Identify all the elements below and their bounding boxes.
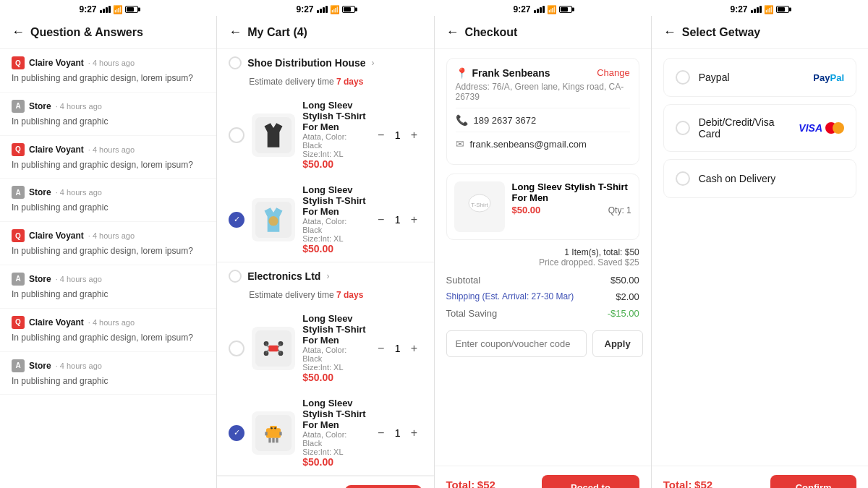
store-delivery-1: Estimate delivery time 7 days bbox=[217, 290, 433, 306]
order-item-price: $50.00 bbox=[512, 205, 541, 215]
qa-text: In publishing and graphic design, lorem … bbox=[12, 332, 205, 344]
list-item: Q Claire Voyant · 4 hours ago In publish… bbox=[0, 222, 216, 265]
store-checkbox-0[interactable] bbox=[229, 56, 242, 69]
svg-point-10 bbox=[278, 351, 284, 356]
qa-header: ← Question & Answers bbox=[0, 16, 216, 49]
cart-store-0: Shoe Distribution House › Estimate deliv… bbox=[217, 49, 433, 262]
coupon-input[interactable] bbox=[446, 330, 587, 357]
paypal-label: Paypal bbox=[699, 72, 805, 83]
item-image-0-0 bbox=[252, 114, 295, 157]
qty-increase-button[interactable]: + bbox=[407, 212, 422, 228]
qty-increase-button[interactable]: + bbox=[407, 341, 422, 356]
delivery-days-1: 7 days bbox=[336, 290, 363, 300]
store-checkbox-1[interactable] bbox=[229, 270, 242, 283]
order-item-image: T-Shirt bbox=[454, 181, 505, 232]
svg-point-8 bbox=[278, 341, 284, 346]
item-size: Size:Int: XL bbox=[302, 234, 365, 243]
item-image-1-0 bbox=[252, 327, 295, 370]
status-icons-4: 📶 bbox=[751, 5, 789, 14]
payment-back-button[interactable]: ← bbox=[663, 25, 676, 40]
checkout-button[interactable]: Check Out bbox=[345, 485, 422, 488]
cart-back-button[interactable]: ← bbox=[229, 25, 242, 40]
svg-rect-20 bbox=[265, 432, 268, 435]
item-price: $50.00 bbox=[302, 372, 365, 383]
svg-rect-19 bbox=[276, 437, 278, 442]
item-checkbox-1-1[interactable]: ✓ bbox=[229, 425, 244, 441]
cod-radio[interactable] bbox=[676, 171, 690, 186]
cod-option[interactable]: Cash on Delivery bbox=[663, 159, 856, 198]
qa-time: · 4 hours ago bbox=[56, 361, 102, 370]
svg-rect-18 bbox=[273, 437, 275, 442]
cart-item: ✓ Long Sleev Stylish T-Shirt For Men Ata… bbox=[217, 390, 433, 475]
qa-text: In publishing and graphic design, lorem … bbox=[12, 245, 205, 257]
qty-decrease-button[interactable]: − bbox=[373, 212, 389, 228]
qa-badge: Q bbox=[12, 143, 25, 156]
screen-checkout: ← Checkout 📍 Frank Senbeans Change Addre… bbox=[435, 16, 652, 488]
store-name-0: Shoe Distribution House bbox=[247, 57, 365, 69]
cart-store-1: Electronics Ltd › Estimate delivery time… bbox=[217, 262, 433, 476]
screen-cart: ← My Cart (4) Shoe Distribution House › … bbox=[217, 16, 434, 488]
svg-point-4 bbox=[269, 216, 278, 226]
item-checkbox-1-0[interactable] bbox=[229, 341, 244, 356]
status-bar: 9:27 📶 9:27 📶 9:27 bbox=[0, 0, 868, 16]
address-card: 📍 Frank Senbeans Change Address: 76/A, G… bbox=[446, 58, 639, 165]
cart-item: Long Sleev Stylish T-Shirt For Men Atata… bbox=[217, 306, 433, 390]
qty-value: 1 bbox=[395, 214, 401, 226]
item-checkbox-0-1[interactable]: ✓ bbox=[229, 212, 244, 228]
qty-control: − 1 + bbox=[373, 127, 422, 143]
change-address-button[interactable]: Change bbox=[597, 67, 630, 78]
item-price: $50.00 bbox=[302, 456, 365, 468]
qty-increase-button[interactable]: + bbox=[407, 425, 422, 441]
visa-logo: VISA bbox=[799, 122, 844, 134]
store-arrow-icon: › bbox=[372, 58, 375, 68]
svg-rect-17 bbox=[269, 437, 271, 442]
checkout-total-amount: $52 bbox=[477, 479, 495, 489]
item-name: Long Sleev Stylish T-Shirt For Men bbox=[302, 313, 365, 346]
item-checkbox-0-0[interactable] bbox=[229, 127, 244, 143]
visa-radio[interactable] bbox=[676, 121, 690, 135]
list-item: Q Claire Voyant · 4 hours ago In publish… bbox=[0, 136, 216, 179]
item-details-0-0: Long Sleev Stylish T-Shirt For Men Atata… bbox=[302, 100, 365, 170]
cart-item: ✓ Long Sleev Stylish T-Shirt For Men Ata… bbox=[217, 177, 433, 262]
checkout-back-button[interactable]: ← bbox=[446, 25, 459, 40]
visa-text: VISA bbox=[799, 122, 822, 134]
addr-text: Address: 76/A, Green lane, Kings road, C… bbox=[456, 82, 630, 102]
qa-list: Q Claire Voyant · 4 hours ago In publish… bbox=[0, 49, 216, 488]
subtotal-label: Subtotal bbox=[446, 275, 481, 286]
qty-control: − 1 + bbox=[373, 425, 422, 441]
svg-point-24 bbox=[275, 427, 277, 429]
list-item: A Store · 4 hours ago In publishing and … bbox=[0, 352, 216, 395]
list-item: Q Claire Voyant · 4 hours ago In publish… bbox=[0, 49, 216, 93]
store-name-1: Electronics Ltd bbox=[247, 270, 320, 282]
qty-decrease-button[interactable]: − bbox=[373, 425, 389, 441]
saving-val: -$15.00 bbox=[608, 308, 639, 319]
proceed-button[interactable]: Poced to Checkout bbox=[542, 475, 639, 488]
qa-time: · 4 hours ago bbox=[56, 275, 102, 283]
svg-point-9 bbox=[264, 351, 269, 356]
paypal-option[interactable]: Paypal PayPal bbox=[663, 58, 856, 97]
email-value: frank.senbeans@gmail.com bbox=[470, 139, 587, 150]
subtotal-row: Subtotal $50.00 bbox=[446, 272, 639, 288]
item-details-1-1: Long Sleev Stylish T-Shirt For Men Atata… bbox=[302, 398, 365, 468]
status-item-4: 9:27 📶 bbox=[651, 4, 868, 14]
svg-rect-6 bbox=[269, 345, 278, 351]
subtotal-val: $50.00 bbox=[610, 275, 639, 286]
qty-increase-button[interactable]: + bbox=[407, 127, 422, 143]
shipping-val: $2.00 bbox=[616, 291, 639, 302]
paypal-radio[interactable] bbox=[676, 70, 690, 85]
svg-rect-21 bbox=[280, 432, 282, 435]
payment-total: Total: $52 bbox=[663, 479, 771, 489]
qty-decrease-button[interactable]: − bbox=[373, 341, 389, 356]
cart-item: Long Sleev Stylish T-Shirt For Men Atata… bbox=[217, 93, 433, 177]
confirm-order-button[interactable]: Confirm Order bbox=[770, 475, 856, 488]
apply-button[interactable]: Apply bbox=[592, 330, 643, 357]
qa-username: Store bbox=[29, 101, 51, 111]
qa-back-button[interactable]: ← bbox=[12, 25, 25, 40]
qty-value: 1 bbox=[395, 343, 401, 354]
checkout-total: Total: $52 bbox=[446, 479, 542, 489]
time-4: 9:27 bbox=[730, 4, 747, 14]
qty-decrease-button[interactable]: − bbox=[373, 127, 389, 143]
store-header: Shoe Distribution House › bbox=[217, 49, 433, 77]
cart-footer: All (2/4) Shipping: $3, $3 Total: $103 C… bbox=[217, 476, 433, 488]
visa-option[interactable]: Debit/Credit/Visa Card VISA bbox=[663, 104, 856, 152]
